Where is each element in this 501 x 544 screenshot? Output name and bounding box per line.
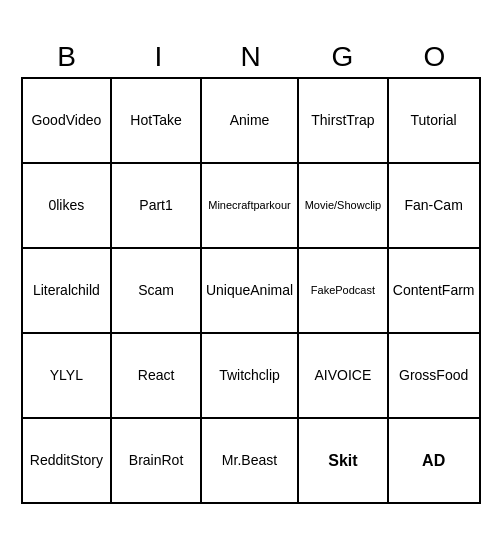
bingo-cell-19: GrossFood xyxy=(389,334,481,419)
bingo-cell-13: FakePodcast xyxy=(299,249,389,334)
header-letter-N: N xyxy=(205,40,297,74)
bingo-cell-20: RedditStory xyxy=(23,419,113,504)
bingo-card: BINGO GoodVideoHotTakeAnimeThirstTrapTut… xyxy=(11,30,491,515)
bingo-cell-2: Anime xyxy=(202,79,299,164)
header-letter-I: I xyxy=(113,40,205,74)
bingo-cell-21: BrainRot xyxy=(112,419,202,504)
bingo-cell-8: Movie/Showclip xyxy=(299,164,389,249)
bingo-cell-12: UniqueAnimal xyxy=(202,249,299,334)
bingo-cell-5: 0likes xyxy=(23,164,113,249)
bingo-cell-11: Scam xyxy=(112,249,202,334)
header-letter-G: G xyxy=(297,40,389,74)
bingo-cell-4: Tutorial xyxy=(389,79,481,164)
bingo-cell-24: AD xyxy=(389,419,481,504)
bingo-cell-9: Fan-Cam xyxy=(389,164,481,249)
bingo-cell-10: Literalchild xyxy=(23,249,113,334)
bingo-cell-16: React xyxy=(112,334,202,419)
bingo-cell-15: YLYL xyxy=(23,334,113,419)
bingo-cell-1: HotTake xyxy=(112,79,202,164)
bingo-cell-7: Minecraftparkour xyxy=(202,164,299,249)
bingo-header: BINGO xyxy=(21,40,481,74)
bingo-cell-14: ContentFarm xyxy=(389,249,481,334)
header-letter-O: O xyxy=(389,40,481,74)
bingo-cell-17: Twitchclip xyxy=(202,334,299,419)
bingo-cell-6: Part1 xyxy=(112,164,202,249)
bingo-grid: GoodVideoHotTakeAnimeThirstTrapTutorial0… xyxy=(21,77,481,504)
header-letter-B: B xyxy=(21,40,113,74)
bingo-cell-22: Mr.Beast xyxy=(202,419,299,504)
bingo-cell-0: GoodVideo xyxy=(23,79,113,164)
bingo-cell-3: ThirstTrap xyxy=(299,79,389,164)
bingo-cell-23: Skit xyxy=(299,419,389,504)
bingo-cell-18: AIVOICE xyxy=(299,334,389,419)
